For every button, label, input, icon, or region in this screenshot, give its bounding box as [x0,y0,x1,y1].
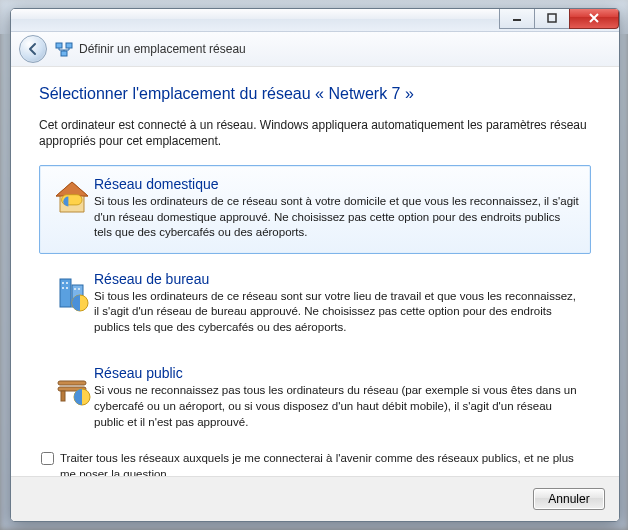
back-button[interactable] [19,35,47,63]
option-public-network[interactable]: Réseau public Si vous ne reconnaissez pa… [39,354,591,443]
svg-rect-11 [62,287,64,289]
intro-text: Cet ordinateur est connecté à un réseau.… [39,117,591,149]
svg-rect-3 [66,43,72,48]
page-heading: Sélectionner l'emplacement du réseau « N… [39,85,591,103]
home-network-icon [50,176,94,241]
network-icon [55,41,73,57]
arrow-left-icon [26,42,40,56]
option-desc: Si tous les ordinateurs de ce réseau son… [94,194,580,241]
titlebar [11,9,619,32]
svg-rect-1 [548,14,556,22]
option-work-network[interactable]: Réseau de bureau Si tous les ordinateurs… [39,260,591,349]
svg-rect-4 [61,51,67,56]
minimize-button[interactable] [499,8,535,29]
svg-rect-18 [61,391,65,401]
maximize-button[interactable] [534,8,570,29]
public-network-icon [50,365,94,430]
option-home-network[interactable]: Réseau domestique Si tous les ordinateur… [39,165,591,254]
option-title: Réseau de bureau [94,271,580,287]
dialog-window: Définir un emplacement réseau Sélectionn… [10,8,620,522]
close-button[interactable] [569,8,619,29]
svg-rect-2 [56,43,62,48]
svg-rect-7 [60,279,71,307]
footer: Annuler [11,476,619,521]
svg-rect-13 [74,288,76,290]
svg-rect-14 [78,288,80,290]
svg-marker-6 [56,182,88,196]
cancel-button[interactable]: Annuler [533,488,605,510]
header-bar: Définir un emplacement réseau [11,32,619,67]
header-title: Définir un emplacement réseau [79,42,246,56]
svg-rect-10 [66,282,68,284]
svg-rect-16 [58,381,86,385]
option-title: Réseau public [94,365,580,381]
svg-rect-12 [66,287,68,289]
treat-future-checkbox[interactable] [41,452,54,465]
option-title: Réseau domestique [94,176,580,192]
svg-rect-9 [62,282,64,284]
option-desc: Si tous les ordinateurs de ce réseau son… [94,289,580,336]
option-desc: Si vous ne reconnaissez pas tous les ord… [94,383,580,430]
work-network-icon [50,271,94,336]
